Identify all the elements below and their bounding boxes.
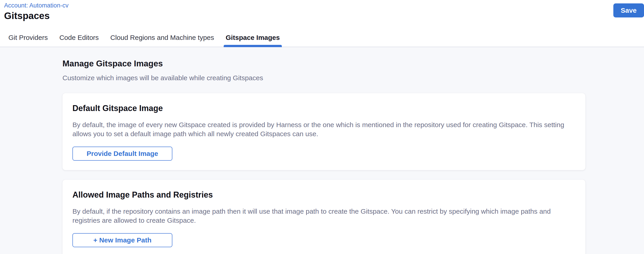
- tab-gitspace-images[interactable]: Gitspace Images: [224, 33, 282, 47]
- save-button[interactable]: Save: [613, 3, 644, 17]
- card-description: By default, if the repository contains a…: [72, 207, 576, 225]
- provide-default-image-button[interactable]: Provide Default Image: [72, 147, 172, 161]
- tab-git-providers[interactable]: Git Providers: [6, 33, 50, 47]
- section-heading: Manage Gitspace Images: [62, 59, 586, 68]
- card-title: Allowed Image Paths and Registries: [72, 190, 576, 200]
- page-title: Gitspaces: [4, 10, 644, 21]
- page-header: Account: Automation-cv Gitspaces Save Gi…: [0, 0, 644, 47]
- card-description: By default, the image of every new Gitsp…: [72, 120, 576, 138]
- account-breadcrumb-link[interactable]: Account: Automation-cv: [4, 2, 68, 9]
- new-image-path-button[interactable]: + New Image Path: [72, 233, 172, 247]
- tab-content-gitspace-images: Manage Gitspace Images Customize which i…: [0, 47, 644, 254]
- default-gitspace-image-card: Default Gitspace Image By default, the i…: [62, 93, 586, 170]
- section-subheading: Customize which images will be available…: [62, 74, 586, 82]
- gitspaces-settings-page: Account: Automation-cv Gitspaces Save Gi…: [0, 0, 644, 254]
- allowed-image-paths-card: Allowed Image Paths and Registries By de…: [62, 180, 586, 254]
- tab-code-editors[interactable]: Code Editors: [57, 33, 100, 47]
- tab-cloud-regions-and-machine-types[interactable]: Cloud Regions and Machine types: [108, 33, 216, 47]
- card-title: Default Gitspace Image: [72, 104, 576, 113]
- settings-tabbar: Git Providers Code Editors Cloud Regions…: [0, 31, 644, 47]
